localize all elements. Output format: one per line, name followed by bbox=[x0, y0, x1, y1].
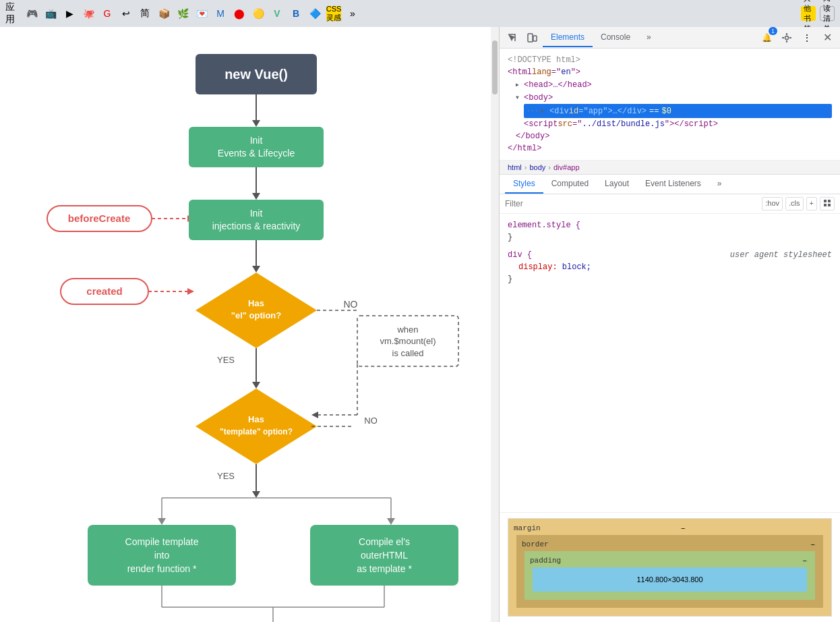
notification-badge[interactable]: 🔔 1 bbox=[757, 28, 776, 47]
devtools-tabs: Elements Console » bbox=[543, 28, 659, 47]
created-arrow-head bbox=[187, 288, 194, 295]
init-events-box bbox=[189, 127, 324, 167]
div-rule-header: div { user agent stylesheet bbox=[508, 249, 832, 261]
html-line-html-close: </html> bbox=[508, 142, 832, 154]
bookmark-arrow[interactable]: 🔷 bbox=[307, 6, 322, 21]
bookmark-8[interactable]: 📦 bbox=[156, 6, 171, 21]
doctype-text: <!DOCTYPE html> bbox=[508, 54, 580, 66]
user-agent-source: user agent stylesheet bbox=[730, 249, 832, 261]
init-injections-line2: injections & reactivity bbox=[212, 221, 301, 231]
layout-icon-btn[interactable] bbox=[820, 197, 835, 210]
inspect-icon[interactable] bbox=[502, 28, 521, 47]
arrow-2-head bbox=[252, 193, 260, 200]
flowchart-svg: new Vue() Init Events & Lifecycle before… bbox=[27, 40, 485, 622]
padding-row: padding − bbox=[530, 557, 810, 565]
chrome-toolbar: 应用 🎮 📺 ▶ 🐙 G ↩ 简 📦 🌿 💌 M ⬤ 🟡 V B 🔷 CSS灵感… bbox=[0, 0, 840, 27]
filter-input[interactable] bbox=[505, 199, 762, 208]
div-triangle[interactable] bbox=[541, 105, 549, 117]
badge-count: 1 bbox=[769, 27, 777, 35]
bookmark-2[interactable]: 📺 bbox=[43, 6, 58, 21]
init-injections-box bbox=[189, 200, 324, 240]
breadcrumb-div[interactable]: div#app bbox=[553, 163, 580, 171]
tab-layout[interactable]: Layout bbox=[597, 175, 637, 194]
arrow-1-head bbox=[252, 120, 260, 127]
filter-actions: :hov .cls + bbox=[762, 197, 835, 210]
bookmark-13[interactable]: 🟡 bbox=[251, 6, 266, 21]
bookmark-b[interactable]: B bbox=[289, 6, 303, 21]
html-line-script: <script src="../dist/bundle.js"></script… bbox=[524, 118, 832, 130]
svg-rect-0 bbox=[528, 34, 533, 42]
bookmark-vue[interactable]: V bbox=[270, 6, 284, 21]
has-template-line2: "template" option? bbox=[220, 427, 293, 436]
bookmark-5[interactable]: G bbox=[100, 6, 115, 21]
bookmark-6[interactable]: ↩ bbox=[119, 6, 133, 21]
more-options-icon[interactable]: ⋮ bbox=[798, 28, 816, 47]
reading-list[interactable]: 阅读清单 bbox=[820, 6, 835, 21]
devtools-topbar: Elements Console » 🔔 1 ⋮ ✕ bbox=[500, 27, 840, 49]
tab-more-styles[interactable]: » bbox=[709, 175, 730, 194]
compile-template-line3: render function * bbox=[127, 563, 197, 574]
close-devtools-button[interactable]: ✕ bbox=[818, 28, 837, 47]
bookmark-10[interactable]: 💌 bbox=[194, 6, 209, 21]
more-bookmarks[interactable]: » bbox=[345, 6, 360, 21]
cls-button[interactable]: .cls bbox=[785, 197, 804, 210]
breadcrumb-body[interactable]: body bbox=[529, 163, 545, 171]
tab-computed[interactable]: Computed bbox=[543, 175, 597, 194]
div-rule-close: } bbox=[508, 273, 832, 285]
hov-button[interactable]: :hov bbox=[762, 197, 783, 210]
head-triangle[interactable] bbox=[516, 78, 524, 91]
box-model-section: margin − border − padding − bbox=[500, 512, 840, 622]
box-model-container: margin − border − padding − bbox=[508, 518, 832, 617]
other-bookmarks[interactable]: 其他书签 bbox=[801, 6, 816, 21]
html-line-div-selected[interactable]: ··· <div id="app">…</div> == $0 bbox=[524, 104, 832, 118]
box-model-content: 1140.800×3043.800 bbox=[533, 567, 807, 592]
yes-label-2: YES bbox=[217, 471, 235, 481]
div-attr-id: id bbox=[569, 105, 578, 117]
flowchart-wrapper: new Vue() Init Events & Lifecycle before… bbox=[27, 40, 485, 622]
body-triangle[interactable] bbox=[516, 91, 524, 104]
bookmark-4[interactable]: 🐙 bbox=[81, 6, 96, 21]
mount-arrow-head bbox=[311, 412, 318, 418]
style-rule-element: element.style { } bbox=[508, 219, 832, 244]
tab-event-listeners[interactable]: Event Listeners bbox=[637, 175, 709, 194]
bookmark-9[interactable]: 🌿 bbox=[175, 6, 190, 21]
vm-mount-label: vm.$mount(el) bbox=[380, 336, 436, 346]
margin-label: margin bbox=[514, 524, 541, 532]
devtools-breadcrumb: html › body › div#app bbox=[500, 161, 840, 175]
svg-point-2 bbox=[785, 36, 789, 39]
breadcrumb-html[interactable]: html bbox=[508, 163, 522, 171]
has-template-line1: Has bbox=[248, 414, 264, 424]
flowchart-panel: new Vue() Init Events & Lifecycle before… bbox=[0, 27, 491, 622]
device-icon[interactable] bbox=[522, 28, 541, 47]
settings-icon[interactable] bbox=[777, 28, 796, 47]
styles-filter-bar: :hov .cls + bbox=[500, 194, 840, 214]
bookmark-12[interactable]: ⬤ bbox=[232, 6, 247, 21]
border-label: border bbox=[522, 540, 549, 548]
bookmark-1[interactable]: 🎮 bbox=[24, 6, 39, 21]
padding-label: padding bbox=[530, 557, 561, 565]
margin-val: − bbox=[681, 524, 685, 532]
tab-styles[interactable]: Styles bbox=[505, 175, 543, 194]
scrollbar[interactable] bbox=[491, 27, 499, 622]
tab-elements[interactable]: Elements bbox=[543, 28, 593, 47]
css-bookmark[interactable]: CSS灵感 bbox=[326, 6, 341, 21]
init-events-line2: Events & Lifecycle bbox=[218, 148, 295, 159]
tab-console[interactable]: Console bbox=[593, 28, 638, 47]
compile-el-line1: Compile el's bbox=[359, 536, 410, 547]
bookmark-11[interactable]: M bbox=[213, 6, 228, 21]
element-style-close: } bbox=[508, 231, 832, 244]
border-val: − bbox=[811, 540, 815, 548]
add-style-button[interactable]: + bbox=[806, 197, 817, 210]
svg-rect-6 bbox=[828, 204, 831, 206]
scrollbar-thumb[interactable] bbox=[492, 40, 498, 94]
devtools-html-view: <!DOCTYPE html> <html lang="en"> <head>…… bbox=[500, 49, 840, 161]
bookmark-3[interactable]: ▶ bbox=[62, 6, 77, 21]
compile-template-line2: into bbox=[154, 550, 170, 561]
apps-icon[interactable]: 应用 bbox=[5, 6, 20, 21]
styles-content: element.style { } div { user agent style… bbox=[500, 214, 840, 512]
svg-rect-5 bbox=[824, 204, 827, 206]
tab-more[interactable]: » bbox=[638, 28, 659, 47]
arrow-3-head bbox=[252, 266, 260, 273]
bookmark-7[interactable]: 简 bbox=[138, 6, 152, 21]
content-dimensions: 1140.800×3043.800 bbox=[636, 575, 702, 584]
